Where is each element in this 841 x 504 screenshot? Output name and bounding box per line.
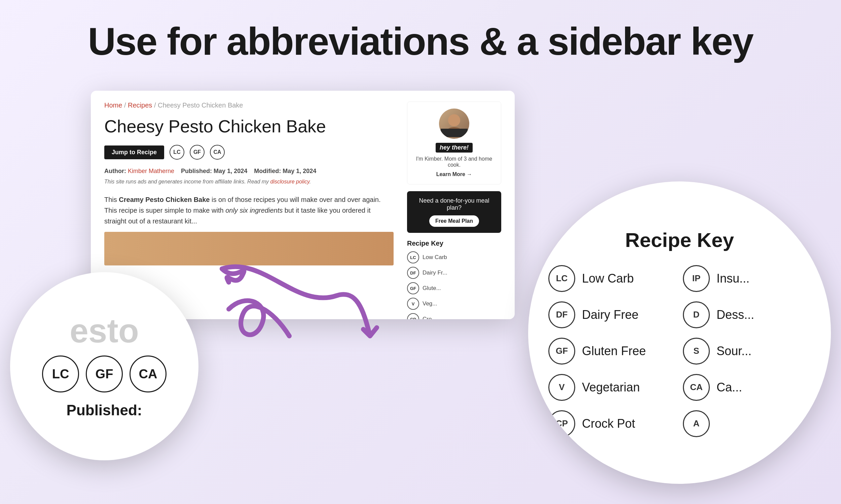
key-grid-badge-cp: CP (548, 410, 575, 437)
meal-plan-text: Need a done-for-you meal plan? (413, 197, 495, 211)
key-grid-label-lc: Low Carb (582, 271, 634, 286)
author-link[interactable]: Kimber Matherne (128, 168, 174, 174)
key-grid-ip: IP Insu... (683, 265, 811, 292)
key-grid-badge-df: DF (548, 301, 575, 328)
learn-more-link[interactable]: Learn More → (414, 172, 494, 177)
key-grid-v: V Vegetarian (548, 374, 676, 401)
key-grid-label-df: Dairy Free (582, 308, 638, 322)
key-grid-badge-gf: GF (548, 338, 575, 364)
key-item-cp: CP Cro... (407, 313, 501, 319)
disclaimer-text: This site runs ads and generates income … (104, 179, 269, 184)
desc-bold: Creamy Pesto Chicken Bake (119, 196, 210, 203)
key-grid-label-ca: Ca... (717, 380, 742, 394)
recipe-key-grid: LC Low Carb IP Insu... DF Dairy Free D D… (548, 265, 811, 437)
recipe-title: Cheesy Pesto Chicken Bake (104, 116, 394, 137)
recipe-description: This Creamy Pesto Chicken Bake is on of … (104, 194, 394, 227)
key-grid-label-cp: Crock Pot (582, 417, 635, 431)
breadcrumb-home[interactable]: Home (104, 102, 122, 109)
key-grid-lc: LC Low Carb (548, 265, 676, 292)
recipe-badges-row: Jump to Recipe LC GF CA (104, 145, 394, 160)
svg-point-0 (448, 114, 460, 126)
circle-badge-ca: CA (130, 356, 167, 393)
recipe-key-large: Recipe Key LC Low Carb IP Insu... DF Dai… (528, 215, 831, 451)
circle-zoom-right: Recipe Key LC Low Carb IP Insu... DF Dai… (528, 181, 831, 484)
breadcrumb-recipes[interactable]: Recipes (128, 102, 152, 109)
recipe-key-sidebar: Recipe Key LC Low Carb DF Dairy Fr... GF… (407, 239, 501, 319)
key-badge-df: DF (407, 267, 419, 279)
author-avatar (439, 109, 469, 139)
key-label-gf: Glute... (423, 285, 441, 292)
jump-to-recipe-button[interactable]: Jump to Recipe (104, 145, 164, 159)
key-label-v: Veg... (423, 300, 437, 307)
key-label-lc: Low Carb (423, 254, 447, 261)
circle-published-label: Published: (42, 402, 167, 419)
breadcrumb: Home / Recipes / Cheesy Pesto Chicken Ba… (104, 102, 394, 109)
key-grid-badge-lc: LC (548, 265, 575, 292)
key-grid-badge-a: A (683, 410, 710, 437)
breadcrumb-current: Cheesy Pesto Chicken Bake (158, 102, 243, 109)
browser-sidebar: hey there! I'm Kimber. Mom of 3 and home… (407, 102, 501, 319)
badge-lc: LC (170, 145, 184, 160)
key-grid-label-s: Sour... (717, 344, 752, 358)
key-grid-cp: CP Crock Pot (548, 410, 676, 437)
published-date: May 1, 2024 (213, 168, 247, 174)
key-grid-badge-ip: IP (683, 265, 710, 292)
modified-date: May 1, 2024 (282, 168, 316, 174)
disclosure-link[interactable]: disclosure policy (271, 179, 309, 184)
circle-badge-gf: GF (86, 356, 123, 393)
key-grid-label-gf: Gluten Free (582, 344, 646, 358)
author-label: Author: (104, 168, 126, 174)
key-grid-badge-v: V (548, 374, 575, 401)
key-grid-a: A (683, 410, 811, 437)
key-item-gf: GF Glute... (407, 282, 501, 294)
key-grid-label-v: Vegetarian (582, 380, 640, 394)
key-grid-gf: GF Gluten Free (548, 338, 676, 364)
key-badge-gf: GF (407, 282, 419, 294)
desc-italic: only six ingredients (225, 206, 282, 214)
published-label: Published: (181, 168, 212, 174)
key-item-v: V Veg... (407, 298, 501, 310)
hey-there-badge: hey there! (436, 143, 473, 152)
key-grid-label-d: Dess... (717, 308, 754, 322)
key-grid-badge-ca: CA (683, 374, 710, 401)
author-avatar-image (441, 110, 468, 137)
recipe-key-sidebar-title: Recipe Key (407, 239, 501, 247)
key-grid-d: D Dess... (683, 301, 811, 328)
badge-ca: CA (210, 145, 225, 160)
key-grid-badge-d: D (683, 301, 710, 328)
author-card: hey there! I'm Kimber. Mom of 3 and home… (407, 102, 501, 184)
key-badge-cp: CP (407, 313, 419, 319)
circle-badge-lc: LC (42, 356, 79, 393)
key-label-df: Dairy Fr... (423, 269, 447, 276)
circle-zoom-left: esto LC GF CA Published: (10, 272, 199, 460)
key-badge-lc: LC (407, 251, 419, 264)
key-badge-v: V (407, 298, 419, 310)
main-heading: Use for abbreviations & a sidebar key (0, 0, 841, 76)
circle-left-partial-title: esto (42, 314, 167, 347)
key-item-df: DF Dairy Fr... (407, 267, 501, 279)
circle-left-badges: LC GF CA (42, 356, 167, 393)
meal-plan-card: Need a done-for-you meal plan? Free Meal… (407, 191, 501, 233)
key-grid-df: DF Dairy Free (548, 301, 676, 328)
key-grid-label-ip: Insu... (717, 271, 750, 286)
author-description: I'm Kimber. Mom of 3 and home cook. (414, 156, 494, 168)
desc-part1: This (104, 196, 119, 203)
key-grid-badge-s: S (683, 338, 710, 364)
disclaimer: This site runs ads and generates income … (104, 179, 394, 185)
key-item-lc: LC Low Carb (407, 251, 501, 264)
key-label-cp: Cro... (423, 316, 437, 319)
recipe-key-large-title: Recipe Key (548, 229, 811, 252)
author-line: Author: Kimber Matherne Published: May 1… (104, 168, 394, 175)
free-meal-plan-button[interactable]: Free Meal Plan (429, 215, 479, 227)
arrow-annotation (195, 242, 397, 376)
key-grid-ca: CA Ca... (683, 374, 811, 401)
modified-label: Modified: (254, 168, 281, 174)
svg-rect-2 (441, 129, 468, 137)
badge-gf: GF (190, 145, 205, 160)
key-grid-s: S Sour... (683, 338, 811, 364)
